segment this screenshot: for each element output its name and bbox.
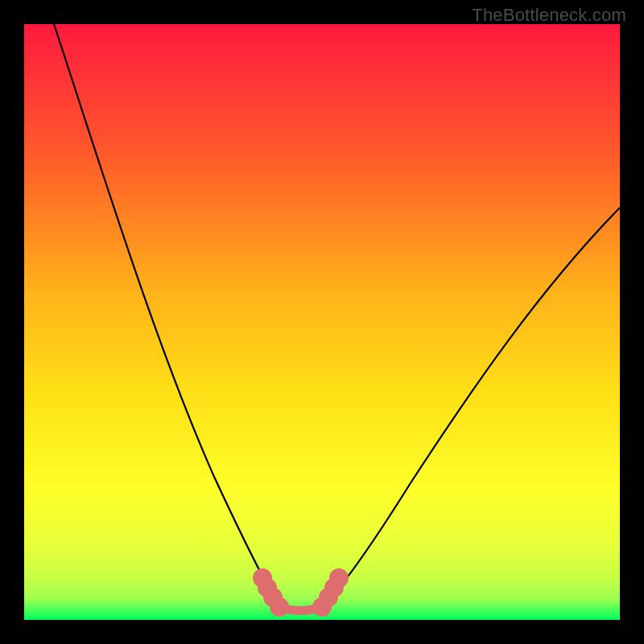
chart-svg	[24, 24, 620, 620]
highlight-dot	[334, 573, 345, 584]
watermark-text: TheBottleneck.com	[472, 5, 626, 26]
plot-area	[24, 24, 620, 620]
highlight-dot	[275, 602, 285, 613]
gradient-background	[24, 24, 620, 620]
chart-frame: TheBottleneck.com	[0, 0, 644, 644]
